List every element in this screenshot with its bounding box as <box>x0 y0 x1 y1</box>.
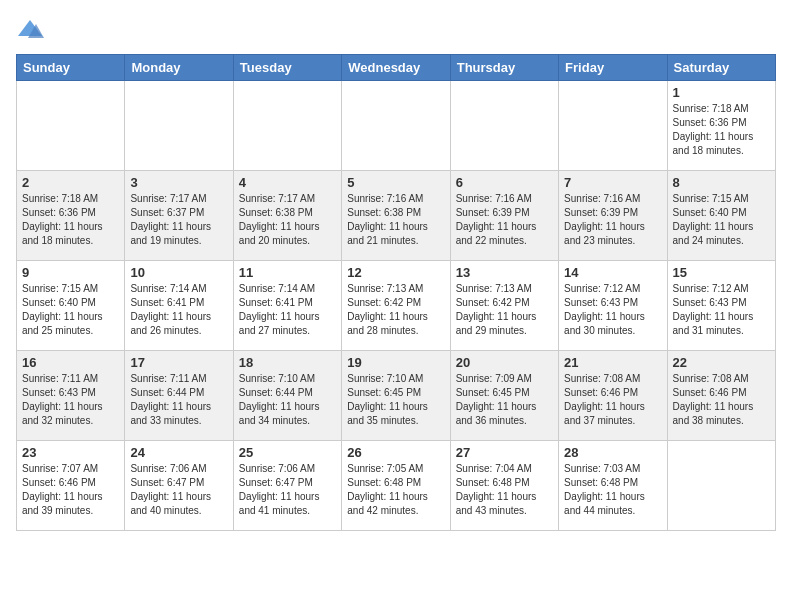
day-number: 8 <box>673 175 770 190</box>
calendar-cell <box>17 81 125 171</box>
day-number: 26 <box>347 445 444 460</box>
day-info: Sunrise: 7:07 AM Sunset: 6:46 PM Dayligh… <box>22 462 119 518</box>
day-number: 1 <box>673 85 770 100</box>
calendar-cell: 17Sunrise: 7:11 AM Sunset: 6:44 PM Dayli… <box>125 351 233 441</box>
calendar-cell <box>342 81 450 171</box>
day-info: Sunrise: 7:18 AM Sunset: 6:36 PM Dayligh… <box>673 102 770 158</box>
day-info: Sunrise: 7:17 AM Sunset: 6:37 PM Dayligh… <box>130 192 227 248</box>
weekday-header: Sunday <box>17 55 125 81</box>
day-info: Sunrise: 7:12 AM Sunset: 6:43 PM Dayligh… <box>673 282 770 338</box>
calendar-cell <box>559 81 667 171</box>
day-info: Sunrise: 7:18 AM Sunset: 6:36 PM Dayligh… <box>22 192 119 248</box>
day-info: Sunrise: 7:10 AM Sunset: 6:45 PM Dayligh… <box>347 372 444 428</box>
day-info: Sunrise: 7:16 AM Sunset: 6:39 PM Dayligh… <box>456 192 553 248</box>
day-number: 3 <box>130 175 227 190</box>
day-number: 4 <box>239 175 336 190</box>
day-number: 17 <box>130 355 227 370</box>
weekday-header: Tuesday <box>233 55 341 81</box>
calendar-cell: 13Sunrise: 7:13 AM Sunset: 6:42 PM Dayli… <box>450 261 558 351</box>
day-number: 11 <box>239 265 336 280</box>
day-number: 10 <box>130 265 227 280</box>
day-number: 19 <box>347 355 444 370</box>
calendar-cell: 27Sunrise: 7:04 AM Sunset: 6:48 PM Dayli… <box>450 441 558 531</box>
day-number: 22 <box>673 355 770 370</box>
day-number: 21 <box>564 355 661 370</box>
calendar-cell: 16Sunrise: 7:11 AM Sunset: 6:43 PM Dayli… <box>17 351 125 441</box>
calendar-cell: 19Sunrise: 7:10 AM Sunset: 6:45 PM Dayli… <box>342 351 450 441</box>
weekday-header: Saturday <box>667 55 775 81</box>
calendar-cell: 12Sunrise: 7:13 AM Sunset: 6:42 PM Dayli… <box>342 261 450 351</box>
weekday-header: Thursday <box>450 55 558 81</box>
calendar-cell: 26Sunrise: 7:05 AM Sunset: 6:48 PM Dayli… <box>342 441 450 531</box>
calendar-cell: 18Sunrise: 7:10 AM Sunset: 6:44 PM Dayli… <box>233 351 341 441</box>
calendar-cell: 24Sunrise: 7:06 AM Sunset: 6:47 PM Dayli… <box>125 441 233 531</box>
day-number: 2 <box>22 175 119 190</box>
calendar-week-row: 1Sunrise: 7:18 AM Sunset: 6:36 PM Daylig… <box>17 81 776 171</box>
calendar-cell: 20Sunrise: 7:09 AM Sunset: 6:45 PM Dayli… <box>450 351 558 441</box>
calendar-cell: 28Sunrise: 7:03 AM Sunset: 6:48 PM Dayli… <box>559 441 667 531</box>
day-number: 25 <box>239 445 336 460</box>
day-number: 18 <box>239 355 336 370</box>
calendar-cell: 1Sunrise: 7:18 AM Sunset: 6:36 PM Daylig… <box>667 81 775 171</box>
calendar-table: SundayMondayTuesdayWednesdayThursdayFrid… <box>16 54 776 531</box>
calendar-week-row: 16Sunrise: 7:11 AM Sunset: 6:43 PM Dayli… <box>17 351 776 441</box>
logo-icon <box>16 16 44 44</box>
calendar-cell: 22Sunrise: 7:08 AM Sunset: 6:46 PM Dayli… <box>667 351 775 441</box>
day-info: Sunrise: 7:10 AM Sunset: 6:44 PM Dayligh… <box>239 372 336 428</box>
day-number: 16 <box>22 355 119 370</box>
day-number: 6 <box>456 175 553 190</box>
weekday-header: Friday <box>559 55 667 81</box>
weekday-header: Monday <box>125 55 233 81</box>
calendar-cell: 9Sunrise: 7:15 AM Sunset: 6:40 PM Daylig… <box>17 261 125 351</box>
calendar-cell: 14Sunrise: 7:12 AM Sunset: 6:43 PM Dayli… <box>559 261 667 351</box>
calendar-cell: 11Sunrise: 7:14 AM Sunset: 6:41 PM Dayli… <box>233 261 341 351</box>
day-info: Sunrise: 7:16 AM Sunset: 6:39 PM Dayligh… <box>564 192 661 248</box>
calendar-cell: 3Sunrise: 7:17 AM Sunset: 6:37 PM Daylig… <box>125 171 233 261</box>
logo <box>16 16 48 44</box>
day-info: Sunrise: 7:11 AM Sunset: 6:43 PM Dayligh… <box>22 372 119 428</box>
day-number: 28 <box>564 445 661 460</box>
day-info: Sunrise: 7:15 AM Sunset: 6:40 PM Dayligh… <box>673 192 770 248</box>
day-info: Sunrise: 7:14 AM Sunset: 6:41 PM Dayligh… <box>239 282 336 338</box>
calendar-cell: 10Sunrise: 7:14 AM Sunset: 6:41 PM Dayli… <box>125 261 233 351</box>
calendar-cell: 15Sunrise: 7:12 AM Sunset: 6:43 PM Dayli… <box>667 261 775 351</box>
day-number: 12 <box>347 265 444 280</box>
day-info: Sunrise: 7:04 AM Sunset: 6:48 PM Dayligh… <box>456 462 553 518</box>
day-number: 7 <box>564 175 661 190</box>
day-info: Sunrise: 7:13 AM Sunset: 6:42 PM Dayligh… <box>456 282 553 338</box>
calendar-cell: 25Sunrise: 7:06 AM Sunset: 6:47 PM Dayli… <box>233 441 341 531</box>
day-number: 20 <box>456 355 553 370</box>
day-info: Sunrise: 7:03 AM Sunset: 6:48 PM Dayligh… <box>564 462 661 518</box>
page-header <box>16 16 776 44</box>
calendar-week-row: 23Sunrise: 7:07 AM Sunset: 6:46 PM Dayli… <box>17 441 776 531</box>
day-info: Sunrise: 7:08 AM Sunset: 6:46 PM Dayligh… <box>673 372 770 428</box>
day-info: Sunrise: 7:08 AM Sunset: 6:46 PM Dayligh… <box>564 372 661 428</box>
day-number: 24 <box>130 445 227 460</box>
calendar-header-row: SundayMondayTuesdayWednesdayThursdayFrid… <box>17 55 776 81</box>
calendar-cell <box>125 81 233 171</box>
day-info: Sunrise: 7:17 AM Sunset: 6:38 PM Dayligh… <box>239 192 336 248</box>
day-number: 5 <box>347 175 444 190</box>
calendar-week-row: 9Sunrise: 7:15 AM Sunset: 6:40 PM Daylig… <box>17 261 776 351</box>
weekday-header: Wednesday <box>342 55 450 81</box>
calendar-cell: 4Sunrise: 7:17 AM Sunset: 6:38 PM Daylig… <box>233 171 341 261</box>
day-info: Sunrise: 7:05 AM Sunset: 6:48 PM Dayligh… <box>347 462 444 518</box>
day-info: Sunrise: 7:15 AM Sunset: 6:40 PM Dayligh… <box>22 282 119 338</box>
calendar-cell: 8Sunrise: 7:15 AM Sunset: 6:40 PM Daylig… <box>667 171 775 261</box>
calendar-cell <box>233 81 341 171</box>
calendar-cell <box>450 81 558 171</box>
calendar-cell: 7Sunrise: 7:16 AM Sunset: 6:39 PM Daylig… <box>559 171 667 261</box>
calendar-cell: 6Sunrise: 7:16 AM Sunset: 6:39 PM Daylig… <box>450 171 558 261</box>
day-info: Sunrise: 7:09 AM Sunset: 6:45 PM Dayligh… <box>456 372 553 428</box>
day-number: 9 <box>22 265 119 280</box>
calendar-cell <box>667 441 775 531</box>
day-info: Sunrise: 7:13 AM Sunset: 6:42 PM Dayligh… <box>347 282 444 338</box>
day-number: 27 <box>456 445 553 460</box>
day-number: 14 <box>564 265 661 280</box>
day-info: Sunrise: 7:11 AM Sunset: 6:44 PM Dayligh… <box>130 372 227 428</box>
day-info: Sunrise: 7:06 AM Sunset: 6:47 PM Dayligh… <box>130 462 227 518</box>
day-info: Sunrise: 7:14 AM Sunset: 6:41 PM Dayligh… <box>130 282 227 338</box>
day-number: 23 <box>22 445 119 460</box>
calendar-week-row: 2Sunrise: 7:18 AM Sunset: 6:36 PM Daylig… <box>17 171 776 261</box>
calendar-cell: 21Sunrise: 7:08 AM Sunset: 6:46 PM Dayli… <box>559 351 667 441</box>
